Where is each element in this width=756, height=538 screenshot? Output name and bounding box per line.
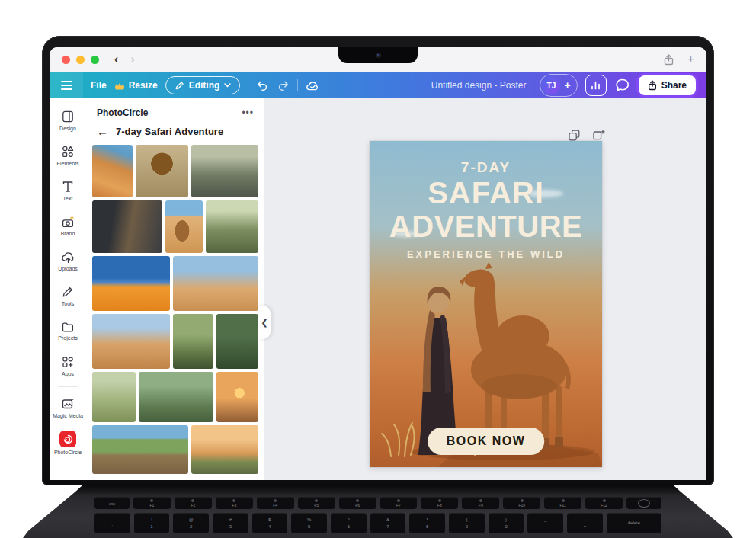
share-button[interactable]: Share <box>639 75 696 95</box>
photo-man-arms-raised-forest[interactable] <box>173 314 213 369</box>
photo-safari-truck-group[interactable] <box>191 145 258 197</box>
power-key <box>626 497 662 509</box>
sidebar-item-apps[interactable]: Apps <box>50 348 85 383</box>
cloud-sync-icon <box>306 80 320 91</box>
key--: _- <box>527 513 563 533</box>
screen-content: ‹ › + File <box>50 47 706 480</box>
key-f4: F4 <box>257 497 294 509</box>
poster-cta-button[interactable]: BOOK NOW <box>428 428 545 455</box>
key-f5: F5 <box>298 497 335 509</box>
apps-grid-icon <box>61 355 75 369</box>
photo-lions-on-road[interactable] <box>92 425 188 474</box>
sidebar-item-text[interactable]: Text <box>50 173 85 208</box>
laptop-mockup: ‹ › + File <box>0 0 756 538</box>
add-page-icon[interactable] <box>592 129 605 142</box>
poster-headline-duration[interactable]: 7-DAY <box>370 159 602 176</box>
text-icon <box>61 180 75 194</box>
key-9: (9 <box>449 513 485 533</box>
sidebar-item-magic-media[interactable]: Magic Media <box>50 390 85 425</box>
new-tab-icon[interactable]: + <box>687 53 694 66</box>
key-7: &7 <box>370 513 406 533</box>
chevron-down-icon <box>224 83 231 88</box>
key-esc: esc <box>94 497 130 509</box>
photo-dune-camel-trek[interactable] <box>92 145 133 197</box>
sidebar-item-uploads[interactable]: Uploads <box>50 243 85 278</box>
pencil-icon <box>175 81 184 91</box>
key-5: %5 <box>291 513 327 533</box>
bar-chart-icon <box>591 81 601 90</box>
design-icon <box>61 110 75 123</box>
keyboard-number-row: ~`!1@2#3$4%5^6&7*8(9)0_-+=delete <box>94 513 662 533</box>
key-f11: F11 <box>544 497 581 509</box>
resize-button[interactable]: Resize <box>114 80 158 91</box>
photo-giraffes-savanna[interactable] <box>92 372 136 422</box>
sidebar-item-elements[interactable]: Elements <box>50 138 85 173</box>
pen-icon <box>61 285 75 299</box>
editor-topbar: File Resize Editing <box>50 72 706 98</box>
editing-mode-dropdown[interactable]: Editing <box>165 76 241 94</box>
photo-two-women-desert[interactable] <box>173 256 258 311</box>
sidebar-item-tools[interactable]: Tools <box>50 278 85 313</box>
sidebar-item-brand[interactable]: Brand <box>50 208 85 243</box>
photo-two-women-by-jeep[interactable] <box>92 314 170 369</box>
key-2: @2 <box>173 513 209 533</box>
poster-page[interactable]: 7-DAY SAFARI ADVENTURE EXPERIENCE THE WI… <box>370 141 602 467</box>
poster-tagline[interactable]: EXPERIENCE THE WILD <box>370 248 602 260</box>
key-`: ~` <box>94 513 130 533</box>
account-pill[interactable]: TJ + <box>540 74 577 97</box>
key-=: += <box>567 513 603 533</box>
insights-button[interactable] <box>585 75 607 96</box>
zoom-window-button[interactable] <box>91 56 99 64</box>
photo-sunset-safari-vehicle[interactable] <box>216 372 258 422</box>
file-menu-button[interactable]: File <box>91 80 107 91</box>
redo-icon[interactable] <box>277 80 290 91</box>
key-f7: F7 <box>380 497 418 509</box>
panel-app-name: PhotoCircle <box>97 107 148 118</box>
duplicate-page-icon[interactable] <box>568 129 581 142</box>
add-member-button[interactable]: + <box>564 79 570 91</box>
photo-traveler-hat-portrait[interactable] <box>136 145 187 197</box>
browser-back-icon[interactable]: ‹ <box>114 53 118 66</box>
sidebar-item-design[interactable]: Design <box>50 103 85 138</box>
main-menu-button[interactable] <box>50 72 83 98</box>
magic-media-icon <box>61 397 75 411</box>
key-f2: F2 <box>175 497 212 509</box>
undo-icon[interactable] <box>256 80 269 91</box>
document-title[interactable]: Untitled design - Poster <box>431 80 527 91</box>
keyboard-deck: escF1F2F3F4F5F6F7F8F9F10F11F12 ~`!1@2#3$… <box>23 485 733 538</box>
photo-car-selfie[interactable] <box>92 200 162 253</box>
close-window-button[interactable] <box>62 56 70 64</box>
poster-headline-safari[interactable]: SAFARI <box>370 176 602 210</box>
sidebar-item-photocircle[interactable]: PhotoCircle <box>50 425 85 460</box>
key-f6: F6 <box>339 497 376 509</box>
photo-hiker-in-jungle[interactable] <box>216 314 258 369</box>
panel-collapse-button[interactable]: ❮ <box>258 306 271 339</box>
photo-single-camel[interactable] <box>165 200 202 253</box>
poster-headline-adventure[interactable]: ADVENTURE <box>370 210 602 242</box>
key-f3: F3 <box>216 497 253 509</box>
key-delete: delete <box>607 513 662 533</box>
browser-forward-icon[interactable]: › <box>130 53 134 66</box>
key-f1: F1 <box>133 497 171 509</box>
photo-giraffe-woman-sunset[interactable] <box>191 425 258 474</box>
design-canvas: 7-DAY SAFARI ADVENTURE EXPERIENCE THE WI… <box>264 98 706 480</box>
avatar[interactable]: TJ <box>542 76 560 94</box>
photo-vehicles-in-valley[interactable] <box>139 372 213 422</box>
laptop-base: escF1F2F3F4F5F6F7F8F9F10F11F12 ~`!1@2#3$… <box>23 485 733 538</box>
sidebar-divider <box>58 386 78 387</box>
photo-jeep-under-trees[interactable] <box>206 200 258 253</box>
key-4: $4 <box>252 513 288 533</box>
panel-more-menu[interactable]: ••• <box>242 107 254 118</box>
photo-camel-caravan-silhouette[interactable] <box>92 256 170 311</box>
comments-button[interactable] <box>614 78 631 93</box>
key-f12: F12 <box>585 497 623 509</box>
minimize-window-button[interactable] <box>76 56 85 64</box>
browser-share-icon[interactable] <box>664 54 674 66</box>
sidebar-item-projects[interactable]: Projects <box>50 313 85 348</box>
key-6: ^6 <box>331 513 367 533</box>
key-1: !1 <box>134 513 170 533</box>
brand-crown-icon <box>61 215 75 229</box>
laptop-notch <box>338 47 418 63</box>
key-0: )0 <box>489 513 524 533</box>
panel-back-icon[interactable]: ← <box>97 126 108 137</box>
